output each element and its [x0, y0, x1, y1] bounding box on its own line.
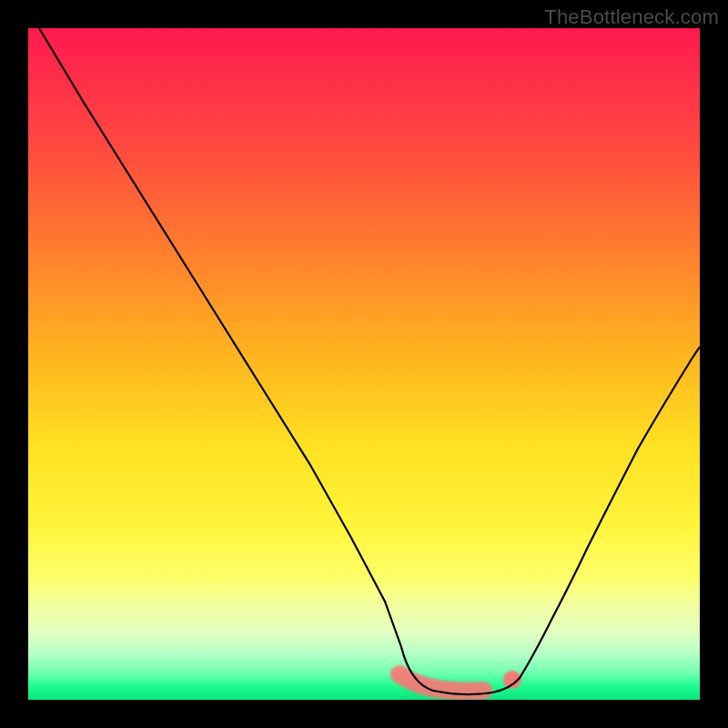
- optimal-zone-glow: [399, 674, 483, 692]
- bottleneck-curve: [39, 28, 700, 694]
- plot-area: [28, 28, 700, 700]
- curve-svg: [28, 28, 700, 700]
- watermark-text: TheBottleneck.com: [544, 5, 719, 29]
- chart-frame: TheBottleneck.com: [0, 0, 728, 728]
